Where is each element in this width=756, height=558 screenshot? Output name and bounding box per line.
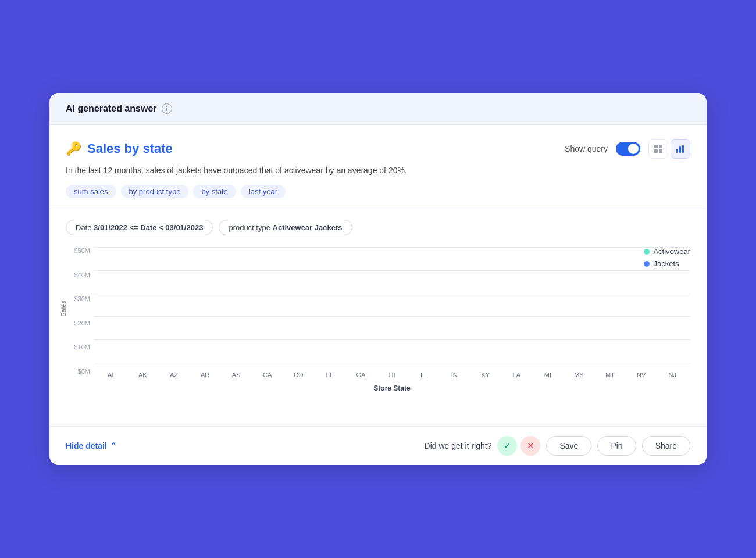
save-button[interactable]: Save <box>546 436 591 456</box>
x-labels: ALAKAZARASCACOFLGAHIILINKYLAMIMSMTNVNJ <box>94 371 690 378</box>
main-card: AI generated answer i 🔑 Sales by state S… <box>49 93 707 465</box>
tag-by-product-type[interactable]: by product type <box>121 185 189 198</box>
bars-container <box>94 247 690 363</box>
hide-detail-button[interactable]: Hide detail ⌃ <box>66 441 117 450</box>
key-icon: 🔑 <box>66 141 81 156</box>
y-label-30: $30M <box>66 295 94 302</box>
tag-sum-sales[interactable]: sum sales <box>66 185 116 198</box>
x-label-ms: MS <box>564 371 595 378</box>
y-label-10: $10M <box>66 344 94 350</box>
legend-label-activewear: Activewear <box>653 247 690 256</box>
show-query-toggle[interactable] <box>616 142 640 156</box>
y-axis-title: Sales <box>60 301 67 317</box>
x-label-ky: KY <box>470 371 501 378</box>
feedback-buttons: ✓ ✕ <box>497 436 540 456</box>
share-button[interactable]: Share <box>642 436 690 456</box>
hide-detail-label: Hide detail <box>66 441 107 450</box>
table-view-button[interactable] <box>648 139 668 159</box>
x-label-nj: NJ <box>657 371 688 378</box>
x-label-fl: FL <box>314 371 345 378</box>
legend-dot-jackets <box>644 261 650 267</box>
legend-label-jackets: Jackets <box>653 259 679 268</box>
svg-rect-4 <box>676 149 678 153</box>
card-header: AI generated answer i <box>49 93 707 125</box>
tags-row: sum sales by product type by state last … <box>66 185 690 198</box>
x-label-ga: GA <box>345 371 377 378</box>
feedback-cross-button[interactable]: ✕ <box>520 436 540 456</box>
feedback-label: Did we get it right? <box>425 441 492 450</box>
x-label-al: AL <box>96 371 127 378</box>
x-label-ak: AK <box>127 371 159 378</box>
legend-jackets: Jackets <box>644 259 690 268</box>
header-controls: Show query <box>565 139 690 159</box>
section-title-row: 🔑 Sales by state <box>66 141 173 156</box>
x-label-il: IL <box>408 371 439 378</box>
x-label-as: AS <box>220 371 252 378</box>
card-footer: Hide detail ⌃ Did we get it right? ✓ ✕ S… <box>49 426 707 465</box>
x-label-hi: HI <box>376 371 408 378</box>
x-axis-title: Store State <box>94 384 690 392</box>
x-label-az: AZ <box>158 371 190 378</box>
x-label-co: CO <box>283 371 314 378</box>
chevron-up-icon: ⌃ <box>110 441 117 450</box>
tag-by-state[interactable]: by state <box>193 185 236 198</box>
filter-chip-date[interactable]: Date 3/01/2022 <= Date < 03/01/2023 <box>66 220 213 235</box>
chart-area: Sales $0M $10M $20M $30M $40M $50M <box>66 247 690 421</box>
x-label-in: IN <box>438 371 470 378</box>
card-body: 🔑 Sales by state Show query <box>49 125 707 421</box>
y-label-20: $20M <box>66 320 94 327</box>
legend-dot-activewear <box>644 249 650 255</box>
feedback-check-button[interactable]: ✓ <box>497 436 517 456</box>
section-description: In the last 12 months, sales of jackets … <box>66 164 690 177</box>
y-label-40: $40M <box>66 271 94 278</box>
svg-rect-3 <box>659 149 662 153</box>
chart-view-button[interactable] <box>671 139 690 159</box>
pin-button[interactable]: Pin <box>597 436 636 456</box>
divider <box>49 209 707 209</box>
svg-rect-5 <box>679 146 681 153</box>
filter-chip-product-type[interactable]: product type Activewear Jackets <box>219 220 352 235</box>
card-header-title: AI generated answer <box>66 103 157 114</box>
svg-rect-6 <box>682 145 684 153</box>
legend-activewear: Activewear <box>644 247 690 256</box>
svg-rect-1 <box>659 145 662 148</box>
legend: Activewear Jackets <box>644 247 690 268</box>
info-icon[interactable]: i <box>162 103 172 114</box>
filter-row: Date 3/01/2022 <= Date < 03/01/2023 prod… <box>66 220 690 235</box>
svg-rect-2 <box>654 149 658 153</box>
x-label-mi: MI <box>532 371 564 378</box>
y-axis: $0M $10M $20M $30M $40M $50M <box>66 247 94 392</box>
svg-rect-0 <box>654 145 658 148</box>
view-buttons <box>648 139 690 159</box>
x-label-mt: MT <box>594 371 626 378</box>
y-label-50: $50M <box>66 247 94 254</box>
section-title: Sales by state <box>87 141 173 156</box>
x-label-ca: CA <box>252 371 283 378</box>
x-label-nv: NV <box>626 371 657 378</box>
x-label-la: LA <box>501 371 533 378</box>
tag-last-year[interactable]: last year <box>241 185 286 198</box>
y-label-0: $0M <box>66 368 94 375</box>
show-query-label: Show query <box>565 144 608 153</box>
section-header: 🔑 Sales by state Show query <box>66 139 690 159</box>
chart-inner: ALAKAZARASCACOFLGAHIILINKYLAMIMSMTNVNJ S… <box>94 247 690 392</box>
x-label-ar: AR <box>190 371 221 378</box>
footer-right: Did we get it right? ✓ ✕ Save Pin Share <box>425 436 690 456</box>
